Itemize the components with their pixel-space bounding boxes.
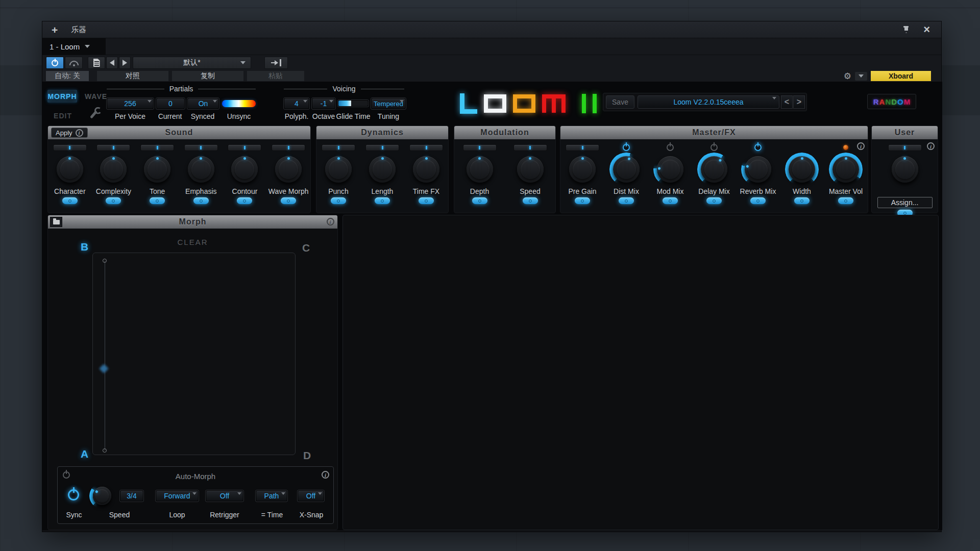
width-knob[interactable] xyxy=(789,156,815,183)
info-icon[interactable]: i xyxy=(327,218,334,226)
time-fx-knob[interactable] xyxy=(413,156,439,183)
morph-corner-c[interactable]: C xyxy=(302,242,310,254)
wrench-icon[interactable] xyxy=(90,110,97,118)
random-button[interactable]: RANDOM xyxy=(867,94,916,109)
settings-dropdown-button[interactable] xyxy=(855,72,867,81)
next-preset-button[interactable] xyxy=(119,57,131,69)
morph-clear-button[interactable]: CLEAR xyxy=(48,238,337,246)
automation-toggle-button[interactable]: 自动: 关 xyxy=(46,71,89,81)
dist-mix-knob[interactable] xyxy=(613,156,640,183)
morph-folder-button[interactable] xyxy=(50,217,62,227)
current-partials-field[interactable]: 0 xyxy=(156,98,185,109)
time-mode-select[interactable]: Path xyxy=(256,490,287,502)
morph-corner-b[interactable]: B xyxy=(81,241,88,253)
speed-enable-pill[interactable] xyxy=(523,197,538,204)
compare-button[interactable]: 对照 xyxy=(97,71,168,81)
preset-prev-button[interactable]: < xyxy=(781,95,793,109)
plugin-power-button[interactable] xyxy=(46,57,64,69)
character-mini-slider[interactable] xyxy=(53,144,87,151)
xboard-button[interactable]: Xboard xyxy=(871,71,931,81)
master-vol-enable-pill[interactable] xyxy=(838,197,853,204)
punch-mini-slider[interactable] xyxy=(322,144,355,151)
plugin-preset-select[interactable]: Loom V2.2.0.15ceeea xyxy=(638,95,779,109)
per-voice-select[interactable]: 256 xyxy=(107,98,154,109)
complexity-knob[interactable] xyxy=(100,156,127,183)
reverb-mix-enable-pill[interactable] xyxy=(750,197,766,204)
copy-button[interactable]: 复制 xyxy=(172,71,243,81)
reverb-mix-power-toggle[interactable] xyxy=(754,144,762,151)
auto-morph-speed-knob[interactable] xyxy=(93,487,111,505)
contour-enable-pill[interactable] xyxy=(237,197,252,204)
paste-button[interactable]: 粘贴 xyxy=(247,71,304,81)
morph-pad[interactable] xyxy=(92,253,296,455)
add-instrument-button[interactable]: + xyxy=(52,24,58,35)
time-fx-mini-slider[interactable] xyxy=(409,144,443,151)
mod-mix-knob[interactable] xyxy=(657,156,683,183)
depth-enable-pill[interactable] xyxy=(472,197,487,204)
morph-path-node-top[interactable] xyxy=(103,259,107,263)
save-button[interactable]: Save xyxy=(606,95,634,109)
instrument-tab[interactable]: 1 - Loom xyxy=(42,38,106,55)
contour-mini-slider[interactable] xyxy=(228,144,261,151)
depth-knob[interactable] xyxy=(467,156,493,183)
emphasis-mini-slider[interactable] xyxy=(184,144,218,151)
preset-next-button[interactable]: > xyxy=(793,95,805,109)
tab-edit[interactable]: EDIT xyxy=(48,109,77,122)
emphasis-enable-pill[interactable] xyxy=(193,197,209,204)
character-enable-pill[interactable] xyxy=(62,197,78,204)
speed-value-field[interactable]: 3/4 xyxy=(120,490,143,502)
contour-knob[interactable] xyxy=(231,156,258,183)
pre-gain-enable-pill[interactable] xyxy=(575,197,590,204)
host-preset-select[interactable]: 默认* xyxy=(133,57,251,69)
punch-knob[interactable] xyxy=(325,156,352,183)
width-enable-pill[interactable] xyxy=(794,197,810,204)
apply-button[interactable]: Applyi xyxy=(51,128,88,138)
length-enable-pill[interactable] xyxy=(375,197,390,204)
tone-mini-slider[interactable] xyxy=(140,144,174,151)
pin-icon[interactable] xyxy=(903,26,909,33)
xsnap-select[interactable]: Off xyxy=(298,490,324,502)
length-mini-slider[interactable] xyxy=(365,144,399,151)
mod-mix-enable-pill[interactable] xyxy=(663,197,678,204)
depth-mini-slider[interactable] xyxy=(463,144,497,151)
info-icon[interactable]: i xyxy=(322,471,329,479)
time-fx-enable-pill[interactable] xyxy=(419,197,434,204)
speed-knob[interactable] xyxy=(517,156,544,183)
preset-file-button[interactable] xyxy=(88,57,105,69)
transfer-button[interactable] xyxy=(264,57,288,69)
master-vol-knob[interactable] xyxy=(832,156,859,183)
delay-mix-knob[interactable] xyxy=(701,156,727,183)
dist-mix-power-toggle[interactable] xyxy=(623,144,630,151)
morph-path-node-bottom[interactable] xyxy=(103,448,107,453)
reverb-mix-knob[interactable] xyxy=(745,156,771,183)
retrigger-select[interactable]: Off xyxy=(206,490,243,502)
wave-morph-enable-pill[interactable] xyxy=(281,197,296,204)
speed-mini-slider[interactable] xyxy=(513,144,547,151)
polyphony-select[interactable]: 4 xyxy=(284,98,309,109)
synced-select[interactable]: On xyxy=(187,98,219,109)
length-knob[interactable] xyxy=(369,156,396,183)
wave-morph-mini-slider[interactable] xyxy=(272,144,305,151)
delay-mix-power-toggle[interactable] xyxy=(710,144,718,151)
mod-mix-power-toggle[interactable] xyxy=(667,144,674,151)
user-mini-slider[interactable] xyxy=(888,144,922,151)
emphasis-knob[interactable] xyxy=(188,156,214,183)
character-knob[interactable] xyxy=(57,156,83,183)
loop-select[interactable]: Forward xyxy=(156,490,199,502)
morph-position-marker[interactable] xyxy=(99,364,108,373)
gear-icon[interactable]: ⚙ xyxy=(844,72,851,81)
tone-enable-pill[interactable] xyxy=(150,197,165,204)
octave-select[interactable]: -1 xyxy=(312,98,335,109)
morph-corner-d[interactable]: D xyxy=(303,449,311,462)
tone-knob[interactable] xyxy=(144,156,170,183)
tab-morph[interactable]: MORPH xyxy=(47,90,77,103)
user-knob[interactable] xyxy=(892,156,918,183)
punch-enable-pill[interactable] xyxy=(331,197,346,204)
glide-time-slider[interactable] xyxy=(338,100,369,107)
prev-preset-button[interactable] xyxy=(106,57,118,69)
assign-button[interactable]: Assign... xyxy=(877,197,933,208)
automation-curve-button[interactable] xyxy=(65,57,83,69)
tuning-select[interactable]: Tempered xyxy=(371,98,406,109)
unsync-spectrum-slider[interactable] xyxy=(222,100,256,107)
sync-power-button[interactable] xyxy=(68,489,79,500)
